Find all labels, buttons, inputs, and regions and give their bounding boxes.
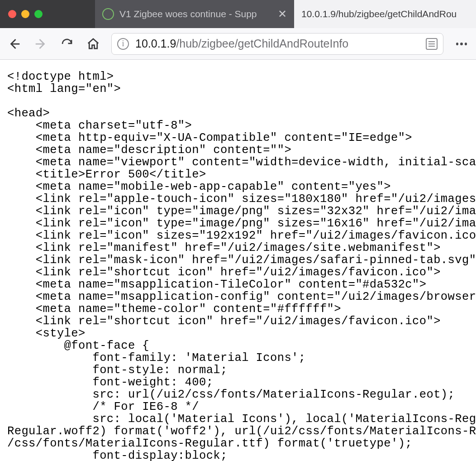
reload-button[interactable] bbox=[59, 36, 75, 52]
reload-icon bbox=[60, 37, 74, 51]
tab-strip: V1 Zigbee woes continue - Supp ✕ 10.0.1.… bbox=[95, 0, 476, 28]
page-source-view[interactable]: <!doctype html> <html lang="en"> <head> … bbox=[0, 60, 476, 461]
tab-title: 10.0.1.9/hub/zigbee/getChildAndRou bbox=[301, 9, 457, 19]
browser-toolbar: i 10.0.1.9/hub/zigbee/getChildAndRouteIn… bbox=[0, 28, 476, 60]
url-text: 10.0.1.9/hub/zigbee/getChildAndRouteInfo bbox=[135, 37, 419, 50]
forward-button[interactable] bbox=[33, 36, 49, 52]
home-icon bbox=[86, 37, 100, 51]
dots-icon bbox=[456, 43, 458, 45]
window-titlebar: V1 Zigbee woes continue - Supp ✕ 10.0.1.… bbox=[0, 0, 476, 28]
close-tab-icon[interactable]: ✕ bbox=[278, 8, 287, 20]
window-minimize-button[interactable] bbox=[21, 10, 29, 18]
overflow-menu-button[interactable] bbox=[453, 36, 470, 52]
tab-title: V1 Zigbee woes continue - Supp bbox=[119, 9, 257, 19]
home-button[interactable] bbox=[85, 36, 101, 52]
browser-tab-active[interactable]: 10.0.1.9/hub/zigbee/getChildAndRou bbox=[294, 0, 476, 28]
reader-mode-icon[interactable] bbox=[426, 38, 438, 50]
arrow-right-icon bbox=[34, 37, 48, 51]
window-maximize-button[interactable] bbox=[34, 10, 43, 18]
address-bar[interactable]: i 10.0.1.9/hub/zigbee/getChildAndRouteIn… bbox=[111, 33, 443, 55]
hubitat-favicon-icon bbox=[102, 8, 114, 20]
window-close-button[interactable] bbox=[8, 10, 16, 18]
browser-tab-inactive[interactable]: V1 Zigbee woes continue - Supp ✕ bbox=[95, 0, 294, 28]
back-button[interactable] bbox=[6, 36, 23, 52]
arrow-left-icon bbox=[8, 37, 21, 51]
traffic-lights bbox=[0, 0, 95, 28]
site-info-icon[interactable]: i bbox=[117, 38, 129, 50]
